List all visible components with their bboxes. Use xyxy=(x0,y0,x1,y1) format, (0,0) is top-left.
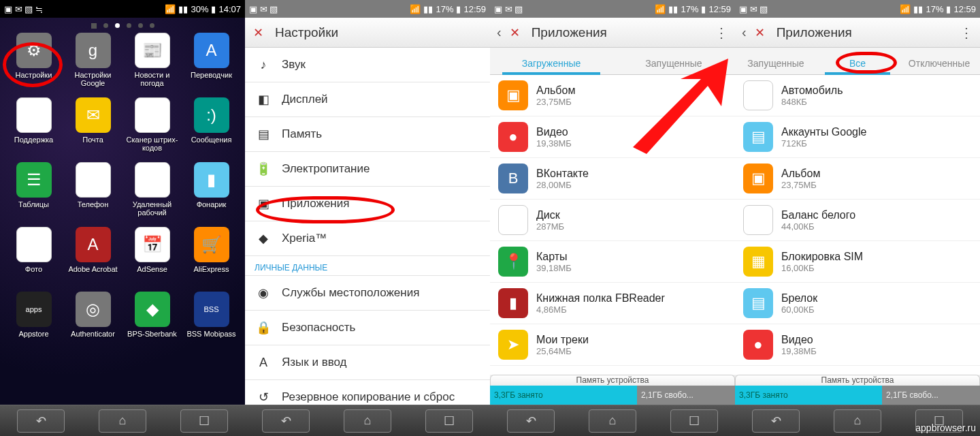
header-title: Приложения xyxy=(777,25,852,40)
app-row-Альбом[interactable]: ▣Альбом23,75МБ xyxy=(490,75,735,116)
home-button[interactable]: ⌂ xyxy=(344,409,391,433)
app-row-Блокировка SIM[interactable]: ▦Блокировка SIM16,00КБ xyxy=(735,241,980,283)
clock: 12:59 xyxy=(463,4,486,14)
settings-row-Службы местоположения[interactable]: ◉Службы местоположения xyxy=(245,276,490,311)
watermark: appbrowser.ru xyxy=(915,422,976,433)
back-button[interactable]: ↶ xyxy=(507,409,555,433)
app-icon: A xyxy=(76,227,111,262)
app-size: 848КБ xyxy=(781,97,843,107)
nav-bar: ↶ ⌂ ☐ xyxy=(245,405,490,436)
battery-icon: ▮ xyxy=(211,4,216,14)
app-icon: A xyxy=(194,33,229,68)
row-label: Службы местоположения xyxy=(282,286,419,300)
app-name: Диск xyxy=(536,209,564,221)
app-Новости и погода[interactable]: 📰Новости и погода xyxy=(122,33,182,97)
app-row-Альбом[interactable]: ▣Альбом23,75МБ xyxy=(735,158,980,200)
app-Переводчик[interactable]: AПереводчик xyxy=(182,33,241,97)
app-size: 44,00КБ xyxy=(781,221,855,232)
tab-Запущенные[interactable]: Запущенные xyxy=(735,58,817,74)
settings-row-Приложения[interactable]: ▣Приложения xyxy=(245,187,490,221)
app-icon: apps xyxy=(16,292,52,327)
app-AliExpress[interactable]: 🛒AliExpress xyxy=(182,227,241,292)
app-Фонарик[interactable]: ▮Фонарик xyxy=(182,162,241,227)
app-grid: ⚙НастройкиgНастройки Google📰Новости и по… xyxy=(0,33,245,405)
app-Authenticator[interactable]: ◎Authenticator xyxy=(63,292,122,356)
nav-bar: ↶ ⌂ ☐ xyxy=(0,405,245,436)
overflow-menu-icon[interactable]: ⋮ xyxy=(960,25,973,41)
app-icon: ⚙ xyxy=(16,33,52,68)
app-row-Диск[interactable]: ▲Диск287МБ xyxy=(490,200,735,241)
app-Настройки Google[interactable]: gНастройки Google xyxy=(63,33,122,97)
signal-icon: ▮▮ xyxy=(178,4,188,14)
app-Appstore[interactable]: appsAppstore xyxy=(4,292,63,356)
home-button[interactable]: ⌂ xyxy=(99,409,146,433)
row-label: Приложения xyxy=(282,197,349,211)
row-label: Язык и ввод xyxy=(282,356,347,369)
app-Adobe Acrobat[interactable]: AAdobe Acrobat xyxy=(63,227,122,292)
back-button[interactable]: ↶ xyxy=(17,409,65,433)
recents-button[interactable]: ☐ xyxy=(180,409,228,433)
tab-Все[interactable]: Все xyxy=(817,58,898,74)
app-Таблицы[interactable]: ☰Таблицы xyxy=(4,162,63,227)
app-BPS-Sberbank[interactable]: ◆BPS-Sberbank xyxy=(122,292,182,356)
app-Телефон[interactable]: ✆Телефон xyxy=(63,162,122,227)
app-icon: ▦ xyxy=(743,247,773,277)
app-size: 16,00КБ xyxy=(781,263,863,273)
app-BSS Mobipass[interactable]: BSSBSS Mobipass xyxy=(182,292,241,356)
wifi-icon: 📶 xyxy=(655,4,666,14)
tabs-bar: ЗагруженныеЗапущенные xyxy=(490,48,735,75)
home-button[interactable]: ⌂ xyxy=(589,409,636,433)
app-row-Мои треки[interactable]: ➤Мои треки25,64МБ xyxy=(490,324,735,366)
settings-row-Память[interactable]: ▤Память xyxy=(245,117,490,152)
status-bar: ▣ ✉ ▧ 📶 ▮▮ 17% ▮ 12:59 xyxy=(490,0,735,18)
app-Почта[interactable]: ✉Почта xyxy=(63,97,122,162)
row-icon: ↺ xyxy=(255,388,272,405)
home-button[interactable]: ⌂ xyxy=(834,409,881,433)
tab-Загруженные[interactable]: Загруженные xyxy=(490,58,612,74)
app-Настройки[interactable]: ⚙Настройки xyxy=(4,33,63,97)
app-row-Аккаунты Google[interactable]: ▤Аккаунты Google712КБ xyxy=(735,116,980,158)
settings-row-Звук[interactable]: ♪Звук xyxy=(245,48,490,82)
app-Сканер штрих-кодов[interactable]: ▮▮▮Сканер штрих-кодов xyxy=(122,97,182,162)
app-row-Книжная полка FBReader[interactable]: ▮Книжная полка FBReader4,86МБ xyxy=(490,283,735,324)
app-label: AliExpress xyxy=(194,265,229,273)
settings-row-Xperia™[interactable]: ◆Xperia™ xyxy=(245,221,490,256)
app-AdSense[interactable]: 📅AdSense xyxy=(122,227,182,292)
status-bar: ▣ ✉ ▧ 📶 ▮▮ 17% ▮ 12:59 xyxy=(245,0,490,18)
row-icon: ◆ xyxy=(255,230,272,247)
clock: 14:07 xyxy=(218,4,241,14)
app-row-Видео[interactable]: ●Видео19,38МБ xyxy=(735,324,980,366)
back-chevron-icon[interactable]: ‹ xyxy=(497,25,502,40)
app-icon: ☰ xyxy=(16,162,52,198)
app-Сообщения[interactable]: :)Сообщения xyxy=(182,97,241,162)
apps-header: ‹ Приложения ⋮ xyxy=(735,18,980,48)
app-Удаленный рабочий[interactable]: 🖥Удаленный рабочий xyxy=(122,162,182,227)
tab-Отключенные[interactable]: Отключенные xyxy=(898,58,980,74)
settings-row-Резервное копирование и сброс[interactable]: ↺Резервное копирование и сброс xyxy=(245,380,490,405)
app-row-ВКонтакте[interactable]: BВКонтакте28,00МБ xyxy=(490,158,735,200)
app-Поддержка[interactable]: XperiaПоддержка xyxy=(4,97,63,162)
app-icon: ▣ xyxy=(498,80,528,110)
app-row-Карты[interactable]: 📍Карты39,18МБ xyxy=(490,241,735,283)
app-Фото[interactable]: ✦Фото xyxy=(4,227,63,292)
settings-row-Язык и ввод[interactable]: AЯзык и ввод xyxy=(245,345,490,380)
settings-row-Безопасность[interactable]: 🔒Безопасность xyxy=(245,311,490,345)
tab-Запущенные[interactable]: Запущенные xyxy=(612,58,735,74)
settings-row-Электропитание[interactable]: 🔋Электропитание xyxy=(245,152,490,187)
app-row-Брелок[interactable]: ▤Брелок60,00КБ xyxy=(735,283,980,324)
overflow-menu-icon[interactable]: ⋮ xyxy=(715,25,728,41)
recents-button[interactable]: ☐ xyxy=(670,409,718,433)
settings-list: ♪Звук◧Дисплей▤Память🔋Электропитание▣Прил… xyxy=(245,48,490,405)
back-button[interactable]: ↶ xyxy=(752,409,800,433)
back-chevron-icon[interactable]: ‹ xyxy=(742,25,747,40)
app-row-Автомобиль[interactable]: ◎Автомобиль848КБ xyxy=(735,75,980,116)
app-row-Видео[interactable]: ●Видео19,38МБ xyxy=(490,116,735,158)
app-label: Почта xyxy=(82,136,103,144)
row-icon: ◉ xyxy=(255,284,272,302)
app-row-Баланс белого[interactable]: ✕Баланс белого44,00КБ xyxy=(735,200,980,241)
back-button[interactable]: ↶ xyxy=(262,409,310,433)
row-label: Безопасность xyxy=(282,321,355,334)
settings-row-Дисплей[interactable]: ◧Дисплей xyxy=(245,82,490,117)
app-label: Сообщения xyxy=(191,136,232,144)
recents-button[interactable]: ☐ xyxy=(425,409,473,433)
